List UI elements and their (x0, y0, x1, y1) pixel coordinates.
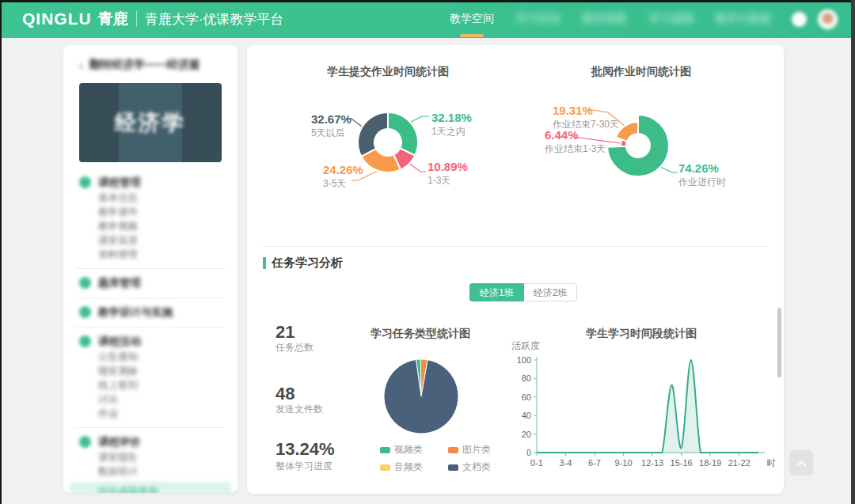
sidebar-subitem-active[interactable]: 综合成绩查询 (70, 482, 231, 493)
main-panel: 学生提交作业时间统计图 批阅作业时间统计图 32.18% 1天之内 10.89%… (247, 45, 784, 494)
svg-text:9-10: 9-10 (615, 458, 633, 468)
group-icon (79, 176, 91, 188)
sidebar-group-2[interactable]: 题库管理 (79, 275, 222, 291)
section-title: 任务学习分析 (272, 256, 343, 271)
user-avatar[interactable] (818, 9, 838, 29)
legend-item[interactable]: 音频类 (380, 460, 448, 474)
back-to-top-button[interactable] (789, 450, 813, 476)
donut2-label-1-3day: 6.44% 作业结束1-3天 (545, 129, 606, 153)
connector-line (409, 116, 429, 123)
back-chevron-icon[interactable]: ‹ (79, 59, 83, 72)
stat-task-total-label: 任务总数 (276, 343, 314, 352)
sidebar-subitem[interactable]: 教学课件 (79, 205, 222, 219)
legend-item[interactable]: 文档类 (448, 460, 516, 474)
sidebar-subitem[interactable]: 基本信息 (79, 191, 222, 205)
legend-label: 视频类 (394, 443, 423, 457)
svg-text:40: 40 (522, 411, 531, 420)
donut1-label-3-5day: 24.26% 3-5天 (323, 164, 363, 188)
study-time-area-chart: 0204060801000-13-46-79-1012-1315-1618-19… (508, 322, 784, 468)
sidebar-subitem[interactable]: 教学视频 (79, 219, 222, 233)
chevron-up-icon (796, 460, 807, 470)
donut1-label-after5day: 32.67% 5天以后 (311, 113, 352, 138)
pie-legend: 视频类图片类音频类文档类 (380, 443, 516, 474)
tab-class-2[interactable]: 经济2班 (524, 283, 578, 301)
submit-time-donut-chart (263, 61, 516, 199)
group-icon (79, 277, 91, 289)
sidebar-subitem[interactable]: 讨论 (79, 392, 222, 407)
sidebar-subitem[interactable]: 作业 (79, 407, 222, 421)
sidebar-subitem[interactable]: 线上签到 (79, 378, 222, 392)
legend-label: 音频类 (394, 460, 423, 474)
message-icon[interactable] (792, 12, 807, 27)
tab-class-1[interactable]: 经济1班 (469, 283, 524, 301)
donut2-label-7-30day: 19.31% 作业结束7-30天 (553, 104, 619, 129)
header-icons (792, 9, 838, 29)
svg-text:3-4: 3-4 (560, 458, 572, 468)
section-divider (263, 246, 768, 247)
section-accent-bar (263, 257, 266, 269)
course-header[interactable]: ‹ 翻转经济学——经济篇 (79, 58, 222, 72)
scrollbar-thumb[interactable] (777, 308, 781, 377)
course-title-blurred: 翻转经济学——经济篇 (89, 58, 200, 72)
logo-divider (136, 11, 137, 27)
legend-item[interactable]: 视频类 (380, 443, 448, 457)
legend-item[interactable]: 图片类 (448, 443, 516, 457)
donut2-label-ongoing: 74.26% 作业进行时 (678, 162, 726, 187)
pie-slice (358, 112, 388, 157)
sidebar-subitem[interactable]: 课堂报告 (79, 450, 222, 464)
legend-label: 图片类 (462, 443, 491, 457)
legend-swatch (380, 447, 390, 453)
nav-item-blurred-3[interactable]: 学习成绩 (638, 0, 705, 38)
sidebar-subitem[interactable]: 课堂实录 (79, 233, 222, 248)
nav-item-teaching-space[interactable]: 教学空间 (439, 0, 505, 38)
stat-files-sent-label: 发送文件数 (276, 404, 323, 414)
group-label: 课程活动 (98, 335, 141, 349)
sidebar-group-3[interactable]: 教学设计与实施 (79, 304, 222, 320)
svg-text:60: 60 (522, 392, 531, 402)
sidebar-subitem[interactable]: 数据统计 (79, 464, 222, 479)
donut1-label-1-3day: 10.89% 1-3天 (428, 161, 468, 185)
svg-text:12-13: 12-13 (641, 458, 663, 468)
group-icon (79, 335, 91, 347)
svg-text:100: 100 (517, 355, 531, 365)
nav-item-blurred-1[interactable]: 学习空间 (505, 0, 572, 38)
logo-text-cn: 青鹿 (98, 9, 128, 29)
group-label: 题库管理 (98, 276, 141, 290)
nav-item-blurred-4[interactable]: 教学大数据 (705, 0, 782, 38)
stat-files-sent-value: 48 (276, 385, 294, 403)
pie-slice (616, 122, 638, 142)
sidebar-group-4[interactable]: 课程活动 (79, 333, 222, 350)
sidebar-subitem[interactable]: 公告通知 (79, 350, 222, 364)
area-fill (537, 360, 758, 453)
sidebar-group-5[interactable]: 课程评价 (79, 434, 222, 450)
legend-swatch (448, 464, 458, 471)
svg-text:21-22: 21-22 (728, 458, 750, 468)
class-tabs: 经济1班 经济2班 (469, 283, 577, 301)
svg-text:20: 20 (522, 430, 531, 439)
course-cover-image: 经济学 (79, 83, 222, 162)
svg-text:6-7: 6-7 (588, 458, 601, 468)
course-sidebar: ‹ 翻转经济学——经济篇 经济学 课程管理基本信息教学课件教学视频课堂实录资料管… (63, 45, 238, 493)
app-header: QINGLU 青鹿 青鹿大学·优课教学平台 教学空间 学习空间教学档案学习成绩教… (0, 0, 855, 38)
svg-text:0-1: 0-1 (530, 458, 543, 468)
stat-task-total-value: 21 (276, 324, 294, 341)
nav-item-blurred-2[interactable]: 教学档案 (572, 0, 638, 38)
sidebar-group-1[interactable]: 课程管理 (79, 174, 222, 191)
svg-text:时: 时 (767, 458, 776, 468)
group-label: 课程评价 (98, 435, 141, 449)
active-tab-underline (460, 34, 484, 37)
connector-line (408, 163, 426, 172)
svg-text:15-16: 15-16 (671, 458, 693, 468)
task-type-pie-chart (380, 355, 462, 438)
pie-title: 学习任务类型统计图 (325, 327, 515, 341)
connector-line (660, 167, 678, 172)
sidebar-subitem[interactable]: 随堂测验 (79, 364, 222, 378)
data-line (537, 360, 758, 453)
menu-divider (76, 297, 225, 298)
window-edge-left (0, 0, 2, 504)
top-nav: 教学空间 学习空间教学档案学习成绩教学大数据 (439, 0, 782, 38)
legend-swatch (380, 464, 390, 471)
sidebar-menu: 课程管理基本信息教学课件教学视频课堂实录资料管理题库管理教学设计与实施课程活动公… (79, 174, 222, 493)
svg-text:80: 80 (522, 373, 531, 383)
sidebar-subitem[interactable]: 资料管理 (79, 248, 222, 262)
